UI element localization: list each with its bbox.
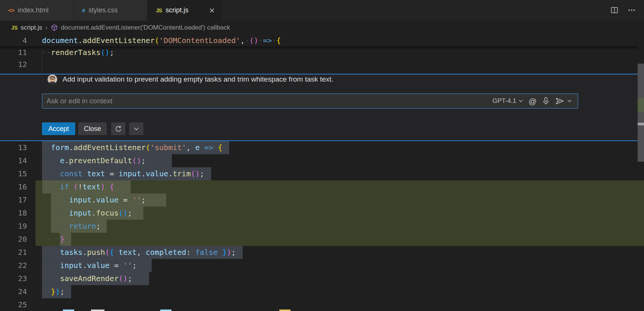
code-line[interactable]: 22····input.value·=·'';: [0, 259, 644, 272]
more-actions-icon[interactable]: [626, 4, 637, 16]
code-line[interactable]: 21····tasks.push({·text,·completed:·fals…: [0, 246, 644, 259]
js-file-icon: JS: [156, 7, 162, 13]
code-line[interactable]: 18······input.focus();: [0, 207, 644, 220]
code-text: ····input.value·=·'';: [51, 193, 166, 207]
code-token: input: [60, 261, 82, 270]
overview-diff-insert-marker: [638, 98, 644, 112]
code-token: ;: [231, 248, 236, 257]
code-token: .: [91, 195, 96, 204]
editor-scrollbar[interactable]: [638, 34, 644, 311]
close-tab-icon[interactable]: [209, 7, 215, 13]
code-token: =: [123, 195, 128, 204]
code-token: (: [73, 182, 78, 191]
rerun-request-button[interactable]: [111, 122, 125, 135]
send-icon[interactable]: [555, 97, 572, 105]
split-editor-icon[interactable]: [609, 4, 620, 16]
whitespace-dots: ····: [42, 182, 60, 191]
code-line[interactable]: 13··form.addEventListener('submit',·e·=>…: [0, 141, 644, 154]
code-text: }: [60, 233, 71, 246]
code-token: if: [60, 182, 69, 191]
symbol-icon: [51, 24, 58, 31]
chevron-down-icon: [519, 100, 523, 103]
code-line[interactable]: 12: [0, 58, 638, 70]
code-line-content: ····}: [42, 233, 71, 246]
code-line-content: ··renderTasks();: [42, 46, 114, 58]
code-token: (: [146, 143, 150, 152]
microphone-icon[interactable]: [542, 97, 550, 105]
code-line[interactable]: 16····if·(!text)·{: [0, 180, 644, 193]
code-text: ····input.focus();: [51, 207, 143, 220]
attach-context-icon[interactable]: @: [529, 97, 537, 105]
tab-script-js[interactable]: JS script.js: [148, 0, 221, 21]
code-line[interactable]: 25: [0, 298, 644, 311]
code-token: (): [191, 169, 200, 178]
whitespace-dots: ·: [82, 169, 87, 178]
line-number: 4: [0, 34, 27, 46]
line-number: 11: [0, 46, 27, 58]
editor-tab-bar: <> index.html # styles.css JS script.js: [0, 0, 644, 21]
line-number: 20: [0, 233, 27, 246]
tab-index-html[interactable]: <> index.html: [0, 0, 74, 21]
whitespace-dots: ·: [105, 169, 110, 178]
code-token: completed: [146, 248, 186, 257]
code-token: e: [60, 156, 64, 165]
code-line[interactable]: 11··renderTasks();: [0, 46, 638, 58]
code-line[interactable]: 20····}: [0, 233, 644, 246]
code-line-content: ····input.value·=·'';: [42, 259, 152, 272]
code-text: ····const·text·=·input.value.trim();: [42, 167, 211, 180]
code-token: preventDefault: [69, 156, 132, 165]
line-number: 18: [0, 207, 27, 220]
line-number: 23: [0, 272, 27, 285]
chat-input[interactable]: [42, 97, 492, 105]
code-token: (): [249, 36, 258, 45]
scrollbar-thumb[interactable]: [638, 64, 644, 162]
tab-styles-css[interactable]: # styles.css: [74, 0, 148, 21]
whitespace-dots: ··: [42, 287, 51, 296]
code-line-content: ····if·(!text)·{: [42, 180, 131, 193]
accept-button[interactable]: Accept: [42, 122, 75, 135]
code-text: ··form.addEventListener('submit',·e·=>·{: [42, 141, 229, 154]
code-line[interactable]: 15····const·text·=·input.value.trim();: [0, 167, 644, 180]
more-options-button[interactable]: [129, 122, 143, 135]
whitespace-dots: ··: [42, 222, 51, 231]
code-token: const: [60, 169, 82, 178]
code-line[interactable]: 14····e.preventDefault();: [0, 154, 644, 167]
code-token: '': [132, 195, 141, 204]
line-number: 22: [0, 259, 27, 272]
partial-line-fragment: [279, 310, 291, 311]
line-number: 25: [0, 298, 27, 311]
whitespace-dots: ·: [105, 182, 110, 191]
whitespace-dots: ····: [51, 195, 69, 204]
whitespace-dots: ····: [42, 274, 60, 283]
css-file-icon: #: [82, 7, 85, 13]
breadcrumb-symbol[interactable]: document.addEventListener('DOMContentLoa…: [61, 24, 230, 31]
line-number: 21: [0, 246, 27, 259]
code-line[interactable]: 17······input.value·=·'';: [0, 193, 644, 207]
code-token: text: [87, 169, 105, 178]
code-token: !: [78, 182, 82, 191]
breadcrumb: JS script.js › document.addEventListener…: [0, 21, 644, 34]
code-token: .: [82, 248, 87, 257]
code-line[interactable]: 23····saveAndRender();: [0, 272, 644, 285]
whitespace-dots: ·: [141, 248, 146, 257]
inline-chat-widget: Add input validation to prevent adding e…: [0, 74, 644, 140]
code-token: (): [119, 274, 128, 283]
code-text: document.addEventListener('DOMContentLoa…: [42, 34, 281, 46]
code-token: {: [110, 182, 114, 191]
code-token: text: [82, 182, 100, 191]
whitespace-dots: ·: [272, 36, 276, 45]
breadcrumb-file[interactable]: script.js: [21, 24, 42, 31]
code-token: addEventListener: [73, 143, 146, 152]
sticky-scroll-line[interactable]: 4document.addEventListener('DOMContentLo…: [0, 34, 638, 46]
send-options-chevron-icon: [567, 100, 572, 103]
code-line-content: ······return;: [42, 220, 107, 233]
whitespace-dots: ··: [42, 195, 51, 204]
whitespace-dots: ·: [119, 195, 123, 204]
close-button[interactable]: Close: [78, 122, 107, 135]
code-token: e: [195, 143, 200, 152]
whitespace-dots: ·: [114, 169, 119, 178]
code-line[interactable]: 19······return;: [0, 220, 644, 233]
code-line[interactable]: 24··});: [0, 285, 644, 298]
model-picker[interactable]: GPT-4.1: [492, 97, 523, 105]
code-token: addEventListener: [82, 36, 155, 45]
